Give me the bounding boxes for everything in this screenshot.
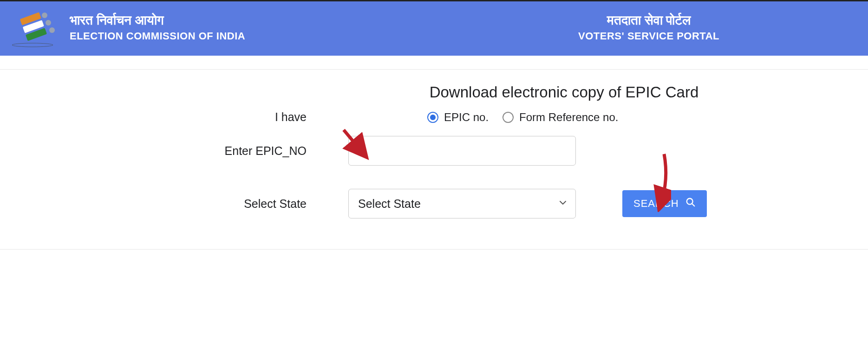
portal-title-english: VOTERS' SERVICE PORTAL [578,30,719,42]
epic-no-input[interactable] [348,136,576,166]
main-form: Download electronic copy of EPIC Card I … [0,70,868,250]
radio-group-id-type: EPIC no. Form Reference no. [427,111,618,124]
search-button[interactable]: SEARCH [622,190,707,217]
state-select-value: Select State [358,197,421,211]
org-titles: भारत निर्वाचन आयोग ELECTION COMMISSION O… [70,13,245,42]
label-i-have: I have [0,110,348,124]
radio-form-reference[interactable]: Form Reference no. [503,111,618,124]
state-select[interactable]: Select State [348,189,576,218]
search-button-label: SEARCH [633,198,679,210]
row-select-state: Select State Select State SEARCH [0,189,868,218]
svg-point-5 [49,27,55,33]
radio-epic-label: EPIC no. [444,111,489,124]
row-epic-no: Enter EPIC_NO [0,136,868,166]
portal-titles: मतदाता सेवा पोर्टल VOTERS' SERVICE PORTA… [578,13,719,42]
page-title: Download electronic copy of EPIC Card [260,83,868,101]
radio-epic-no[interactable]: EPIC no. [427,111,489,124]
org-title-english: ELECTION COMMISSION OF INDIA [70,30,245,42]
svg-point-3 [42,13,47,18]
svg-point-4 [46,20,51,26]
portal-title-hindi: मतदाता सेवा पोर्टल [578,13,719,28]
label-select-state: Select State [0,197,348,211]
state-select-wrap: Select State [348,189,576,218]
svg-point-6 [12,43,53,47]
svg-line-9 [692,204,694,206]
header-divider [0,56,868,70]
org-title-hindi: भारत निर्वाचन आयोग [70,13,245,28]
site-header: भारत निर्वाचन आयोग ELECTION COMMISSION O… [0,1,868,56]
row-i-have: I have EPIC no. Form Reference no. [0,110,868,124]
label-epic-no: Enter EPIC_NO [0,144,348,158]
eci-logo-icon [9,6,56,50]
radio-unselected-icon [503,112,514,123]
radio-selected-icon [427,112,438,123]
radio-form-ref-label: Form Reference no. [519,111,618,124]
logo-block: भारत निर्वाचन आयोग ELECTION COMMISSION O… [9,6,245,50]
search-icon [685,197,696,210]
